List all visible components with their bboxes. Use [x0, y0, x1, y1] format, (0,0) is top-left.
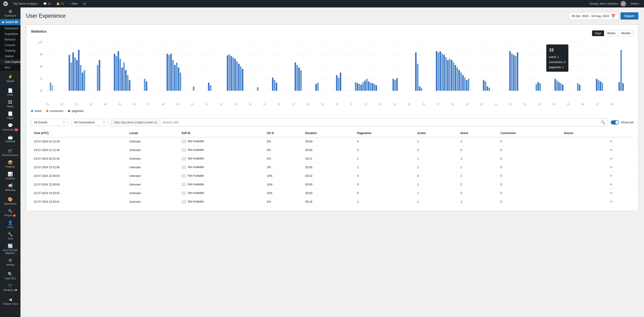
svg-rect-79 — [392, 79, 394, 91]
sidebar-item-products[interactable]: 📦 Products — [0, 158, 20, 170]
cell-event: 1 — [458, 163, 498, 172]
svg-rect-44 — [210, 85, 211, 91]
svg-rect-77 — [374, 84, 375, 91]
view-icon[interactable]: 👁 — [610, 200, 613, 204]
svg-rect-76 — [372, 83, 373, 91]
sidebar-item-acquisition[interactable]: Acquisition — [0, 31, 20, 37]
show-bot-toggle[interactable] — [611, 120, 619, 124]
sidebar-item-marketing[interactable]: 📢 Marketing — [0, 182, 20, 194]
sidebar-item-dashboard[interactable]: ⊞ Dashboard — [0, 8, 20, 19]
svg-rect-89 — [441, 54, 443, 91]
sidebar-item-analytics[interactable]: 📊 Analytics — [0, 170, 20, 182]
cell-view[interactable]: 👁 — [607, 137, 634, 146]
svg-rect-62 — [315, 84, 317, 91]
user-greeting[interactable]: Howdy, demo.analytics D — [588, 0, 628, 8]
cell-view[interactable]: 👁 — [607, 180, 634, 189]
sidebar-item-visitors[interactable]: Visitors — [0, 54, 20, 59]
url-prefix: https://wp.demo.analytics.aesirx.io/ — [111, 119, 160, 126]
cell-sop-id: Not Available — [179, 172, 264, 180]
search-icon[interactable]: 🔍 — [598, 118, 608, 126]
col-event: Event — [458, 129, 498, 137]
updates-btn[interactable]: 🔔 71 — [55, 0, 65, 8]
sidebar-divider-6 — [0, 294, 20, 295]
sidebar-item-tools[interactable]: 🔧 Tools — [0, 230, 20, 242]
svg-rect-102 — [466, 80, 468, 91]
chart-legend: event conversion pageview — [31, 108, 634, 114]
sidebar-item-plugins[interactable]: 🔌 Plugins 4 — [0, 207, 20, 219]
period-days-btn[interactable]: Days — [592, 30, 604, 36]
cell-ux: 10% — [264, 189, 303, 198]
svg-rect-99 — [460, 72, 462, 91]
export-button[interactable]: Export — [620, 12, 638, 20]
all-events-select[interactable]: All Events ▼ — [31, 119, 68, 126]
svg-rect-24 — [116, 56, 117, 90]
sidebar-item-appearance[interactable]: 🎨 Appearance — [0, 196, 20, 207]
view-icon[interactable]: 👁 — [610, 157, 613, 160]
all-conversions-label: All Conversions — [74, 120, 95, 124]
sidebar-item-wordfence[interactable]: 🛡 Wordfence — [0, 282, 20, 294]
view-icon[interactable]: 👁 — [610, 183, 613, 186]
cell-view[interactable]: 👁 — [607, 198, 634, 206]
wp-logo-btn[interactable]: W — [2, 0, 9, 8]
cell-view[interactable]: 👁 — [607, 146, 634, 154]
select-btn[interactable]: Select... — [629, 0, 642, 8]
date-range-button[interactable]: 29 Apr, 2024 - 16 Aug, 2024 📅 — [568, 12, 619, 20]
sidebar-item-tracking[interactable]: Tracking — [0, 48, 20, 54]
site-name-btn[interactable]: Wp Demo Analytics — [12, 0, 39, 8]
period-weeks-btn[interactable]: Weeks — [604, 30, 618, 36]
sidebar-item-pages[interactable]: 📃 Pages — [0, 110, 20, 122]
sidebar-item-consent[interactable]: Consent — [0, 42, 20, 48]
sidebar-item-collapse[interactable]: ◀ Collapse menu — [0, 296, 20, 307]
sidebar-item-woocommerce[interactable]: 🛒 WooCommerce — [0, 147, 20, 158]
cell-view[interactable]: 👁 — [607, 163, 634, 172]
aesirx-label: AesirX BI — [5, 20, 18, 24]
cell-source — [561, 189, 607, 198]
view-icon[interactable]: 👁 — [610, 166, 613, 169]
sidebar-item-media[interactable]: 🖼 Media — [0, 98, 20, 110]
view-icon[interactable]: 👁 — [610, 140, 613, 143]
new-btn[interactable]: + New — [68, 0, 79, 8]
svg-rect-124 — [598, 80, 599, 91]
sidebar-item-user-experience[interactable]: User Experience — [0, 59, 20, 65]
view-icon[interactable]: 👁 — [610, 174, 613, 178]
sidebar-item-jetpack[interactable]: ⚡ Jetpack — [0, 73, 20, 84]
sidebar-item-all-in-one[interactable]: 🔄 All-in-One WP Migration — [0, 242, 20, 256]
cell-view[interactable]: 👁 — [607, 189, 634, 198]
woo-icon-btn[interactable]: 🛒 — [82, 0, 88, 8]
svg-rect-65 — [338, 78, 339, 91]
sidebar-item-aesirx[interactable]: ◈ AesirX BI — [0, 19, 20, 25]
sidebar-item-settings[interactable]: ⚙ Settings — [0, 256, 20, 268]
col-time[interactable]: Time (UTC) ↓ — [31, 129, 126, 137]
table-row: 22-07-2024 23:20:01 Unknown Not Availabl… — [31, 198, 634, 206]
sidebar-item-users[interactable]: 👤 Users — [0, 219, 20, 230]
svg-rect-106 — [487, 86, 488, 90]
header-actions: 29 Apr, 2024 - 16 Aug, 2024 📅 Export — [568, 12, 638, 20]
tools-icon: 🔧 — [8, 232, 13, 236]
svg-rect-126 — [602, 82, 603, 91]
all-conversions-select[interactable]: All Conversions ▼ — [71, 119, 108, 126]
cell-locale: Unknown — [126, 198, 178, 206]
period-months-btn[interactable]: Months — [619, 30, 633, 36]
cell-source — [561, 180, 607, 189]
sidebar-item-posts[interactable]: 📄 Posts — [0, 86, 20, 98]
show-bot-label: Show bot — [621, 120, 634, 124]
svg-rect-30 — [127, 75, 128, 91]
cell-view[interactable]: 👁 — [607, 154, 634, 163]
cell-view[interactable]: 👁 — [607, 172, 634, 180]
svg-rect-74 — [368, 82, 370, 91]
cell-action: 0 — [414, 146, 458, 154]
sidebar-item-behavior[interactable]: Behavior — [0, 37, 20, 42]
view-icon[interactable]: 👁 — [610, 191, 613, 195]
sidebar-item-feedback[interactable]: 📩 Feedback — [0, 133, 20, 145]
url-search-input[interactable] — [160, 119, 598, 126]
sidebar-item-woo[interactable]: Woo — [0, 65, 20, 70]
url-filter: https://wp.demo.analytics.aesirx.io/ 🔍 — [111, 118, 608, 126]
svg-rect-11 — [52, 85, 53, 91]
sidebar-item-yoast[interactable]: 🔍 Yoast SEO — [0, 270, 20, 282]
sidebar-item-dashboard-sub[interactable]: Dashboard — [0, 26, 20, 31]
comments-btn[interactable]: 💬 11 — [42, 0, 52, 8]
cell-locale: Unknown — [126, 189, 178, 198]
sidebar-item-comments[interactable]: 💬 Comments 71 — [0, 122, 20, 133]
view-icon[interactable]: 👁 — [610, 148, 613, 152]
cell-duration: 00:00 — [303, 146, 354, 154]
